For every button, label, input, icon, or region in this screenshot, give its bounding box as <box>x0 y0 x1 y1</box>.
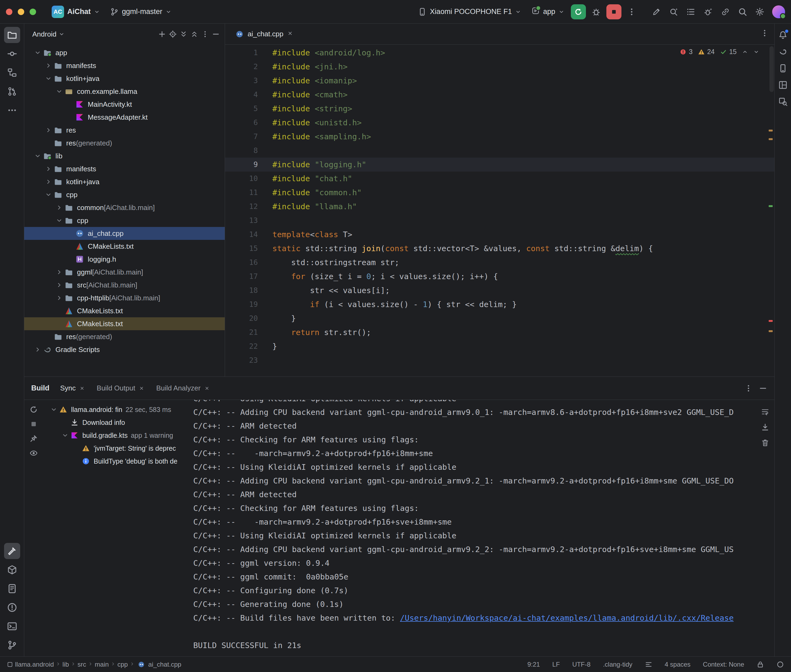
hide-panel-icon[interactable] <box>759 384 767 393</box>
breadcrumb-item[interactable]: lib <box>63 661 69 668</box>
code-line[interactable]: 18 str << values[i]; <box>225 283 774 298</box>
code-line[interactable]: 7#include <sampling.h> <box>225 130 774 144</box>
problems-tool-button[interactable] <box>4 599 20 616</box>
next-issue-icon[interactable] <box>753 49 759 55</box>
chevron-right-icon[interactable] <box>56 294 63 301</box>
code-line[interactable]: 21 return str.str(); <box>225 325 774 339</box>
chevron-right-icon[interactable] <box>45 62 52 69</box>
build-console[interactable]: C/C++: -- Using KleidiAI optimized kerne… <box>193 400 745 652</box>
gradle-tool-button[interactable] <box>776 45 790 59</box>
chevron-right-icon[interactable] <box>34 346 41 353</box>
editor-tab[interactable]: ai_chat.cpp <box>230 24 298 44</box>
ai-edit-button[interactable] <box>649 4 664 19</box>
link-button[interactable] <box>718 4 733 19</box>
project-tree-item[interactable]: logging.h <box>24 253 225 266</box>
project-tree-item[interactable]: cpp <box>24 214 225 227</box>
warning-count[interactable]: 24 <box>698 48 714 56</box>
project-view-selector[interactable]: Android <box>32 30 56 38</box>
task-list-button[interactable] <box>684 4 698 19</box>
project-tree-item[interactable]: src [AiChat.lib.main] <box>24 278 225 291</box>
app-inspection-button[interactable] <box>776 94 790 109</box>
layout-inspector-button[interactable] <box>776 78 790 92</box>
code-line[interactable]: 15static std::string join(const std::vec… <box>225 242 774 256</box>
project-tree-item[interactable]: manifests <box>24 162 225 175</box>
build-tool-button[interactable] <box>4 543 20 559</box>
locate-file-icon[interactable] <box>169 30 177 38</box>
code-line[interactable]: 12#include "llama.h" <box>225 200 774 213</box>
project-tree-item[interactable]: CMakeLists.txt <box>24 317 225 330</box>
chevron-right-icon[interactable] <box>56 269 63 276</box>
notifications-button[interactable] <box>776 28 790 42</box>
chevron-down-icon[interactable] <box>56 88 63 95</box>
build-tab-build-output[interactable]: Build Output <box>96 384 144 392</box>
project-tree-item[interactable]: cpp <box>24 188 225 201</box>
breadcrumb-item[interactable]: llama.android <box>15 661 54 668</box>
vcs-branch-widget[interactable]: ggml-master <box>106 3 175 21</box>
chevron-down-icon[interactable] <box>34 152 41 160</box>
stop-button[interactable] <box>606 4 621 19</box>
project-tree-item[interactable]: kotlin+java <box>24 72 225 85</box>
build-tree-item[interactable]: llama.android: fin22 sec, 583 ms <box>43 403 193 416</box>
breadcrumb-item[interactable]: main <box>95 661 109 668</box>
chevron-down-icon[interactable] <box>45 75 52 82</box>
inspections-widget[interactable]: 3 24 15 <box>680 48 759 56</box>
project-tree-item[interactable]: CMakeLists.txt <box>24 240 225 253</box>
build-tab-build-analyzer[interactable]: Build Analyzer <box>156 384 210 392</box>
code-line[interactable]: 13 <box>225 213 774 227</box>
context-widget[interactable]: Context: None <box>703 661 744 668</box>
expand-all-icon[interactable] <box>180 30 188 38</box>
breadcrumb-item[interactable]: src <box>77 661 86 668</box>
close-tab-button[interactable] <box>287 30 293 38</box>
chevron-right-icon[interactable] <box>45 165 52 172</box>
project-tree-item[interactable]: MainActivity.kt <box>24 98 225 111</box>
close-icon[interactable] <box>139 386 144 391</box>
pull-requests-tool-button[interactable] <box>4 83 20 99</box>
project-tree-item[interactable]: app <box>24 46 225 59</box>
project-tree-item[interactable]: MessageAdapter.kt <box>24 111 225 124</box>
chevron-down-icon[interactable] <box>45 191 52 198</box>
more-vertical-icon[interactable] <box>761 29 769 37</box>
run-configuration-selector[interactable]: app <box>528 3 568 21</box>
code-line[interactable]: 5#include <string> <box>225 102 774 116</box>
line-separator[interactable]: LF <box>552 661 560 668</box>
build-tree-item[interactable]: build.gradle.ktsapp 1 warning <box>43 429 193 442</box>
formatter-icon[interactable] <box>645 661 652 668</box>
code-line[interactable]: 22} <box>225 339 774 354</box>
error-count[interactable]: 3 <box>680 48 693 56</box>
project-tree-item[interactable]: manifests <box>24 59 225 72</box>
code-line[interactable]: 16 std::ostringstream str; <box>225 256 774 269</box>
project-tool-button[interactable] <box>4 27 20 43</box>
code-line[interactable]: 2#include <jni.h> <box>225 60 774 74</box>
ai-search-button[interactable] <box>666 4 681 19</box>
code-line[interactable]: 8 <box>225 144 774 158</box>
passed-count[interactable]: 15 <box>720 48 736 56</box>
minimize-window-button[interactable] <box>18 9 24 15</box>
code-line[interactable]: 20 } <box>225 311 774 325</box>
previous-issue-icon[interactable] <box>742 49 748 55</box>
device-explorer-tool-button[interactable] <box>4 562 20 578</box>
build-tree-item[interactable]: 'jvmTarget: String' is deprec <box>43 442 193 455</box>
chevron-right-icon[interactable] <box>45 126 52 134</box>
structure-tool-button[interactable] <box>4 64 20 81</box>
run-button[interactable] <box>571 4 586 19</box>
clear-all-icon[interactable] <box>761 438 770 447</box>
scroll-to-end-icon[interactable] <box>761 423 770 432</box>
device-manager-button[interactable] <box>776 61 790 75</box>
code-line[interactable]: 6#include <unistd.h> <box>225 116 774 130</box>
filter-icon[interactable] <box>29 449 38 458</box>
project-tree-item[interactable]: kotlin+java <box>24 175 225 188</box>
caret-position[interactable]: 9:21 <box>527 661 540 668</box>
breadcrumb-item[interactable]: cpp <box>117 661 128 668</box>
more-vertical-icon[interactable] <box>201 30 209 38</box>
error-stripe[interactable] <box>767 45 774 376</box>
profiler-button[interactable] <box>701 4 716 19</box>
project-tree-item[interactable]: com.example.llama <box>24 85 225 98</box>
project-widget[interactable]: AC AiChat <box>48 3 104 21</box>
settings-button[interactable] <box>752 4 767 19</box>
breadcrumb-item[interactable]: ai_chat.cpp <box>148 661 181 668</box>
project-tree-item[interactable]: res (generated) <box>24 137 225 149</box>
chevron-right-icon[interactable] <box>56 204 63 211</box>
indent-widget[interactable]: 4 spaces <box>665 661 691 668</box>
project-tree-item[interactable]: common [AiChat.lib.main] <box>24 201 225 214</box>
search-everywhere-button[interactable] <box>735 4 750 19</box>
